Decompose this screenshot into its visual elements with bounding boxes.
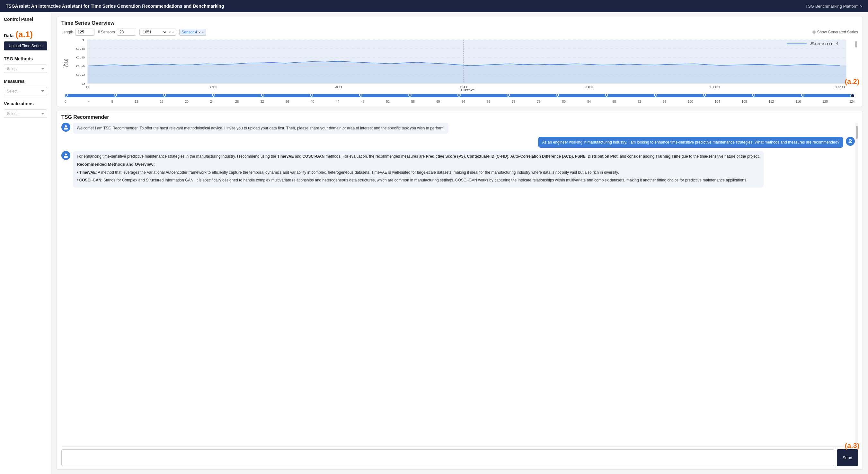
svg-rect-27	[64, 128, 68, 130]
upload-time-series-button[interactable]: Upload Time Series	[4, 41, 47, 51]
length-label: Length	[61, 30, 73, 34]
svg-text:20: 20	[210, 85, 217, 89]
sensors-input[interactable]	[117, 29, 136, 36]
control-panel-section: Control Panel	[4, 17, 47, 24]
timeline-slider[interactable]: 0481216202428323640444852566064687276808…	[61, 94, 858, 103]
tsg-methods-section: TSG Methods Select...	[4, 56, 47, 73]
visualizations-select[interactable]: Select...	[4, 109, 47, 118]
sensor-tag: Sensor 4 × ▾	[179, 29, 206, 36]
a2-label: (a.2)	[845, 77, 859, 86]
chart-wrapper: 1 0.8 0.6 0.4 0.2 0 Value 0 20 40 60 80	[61, 38, 853, 92]
svg-text:1: 1	[81, 38, 85, 42]
svg-text:120: 120	[834, 85, 845, 89]
sample-clear-button[interactable]: ×	[169, 30, 171, 35]
svg-text:80: 80	[585, 85, 593, 89]
recommended-section: Recommended Methods and Overview: TimeVA…	[77, 161, 760, 183]
message-1-bubble: Welcome! I am TSG Recommender. To offer …	[73, 123, 448, 134]
method-timevae: TimeVAE: A method that leverages the Var…	[77, 169, 760, 175]
assistant-avatar-1	[61, 123, 70, 132]
sensors-label: # Sensors	[98, 30, 115, 34]
data-section: Data (a.1) Upload Time Series	[4, 30, 47, 51]
control-panel-title: Control Panel	[4, 17, 47, 22]
svg-text:0.6: 0.6	[76, 56, 85, 59]
chart-area: 1 0.8 0.6 0.4 0.2 0 Value 0 20 40 60 80	[61, 38, 858, 92]
message-1: Welcome! I am TSG Recommender. To offer …	[61, 123, 855, 134]
assistant-avatar-2	[61, 151, 70, 160]
length-field: Length	[61, 29, 94, 36]
measures-section: Measures Select...	[4, 79, 47, 95]
message-3-bubble: For enhancing time-sensitive predictive …	[73, 151, 764, 188]
tsg-methods-select[interactable]: Select...	[4, 65, 47, 73]
send-button[interactable]: Send	[837, 449, 858, 466]
platform-link[interactable]: TSG Benchmarking Platform >	[805, 4, 862, 9]
svg-point-29	[65, 154, 67, 155]
time-series-overview: Time Series Overview Length # Sensors 16…	[57, 17, 863, 106]
sensor-tag-label: Sensor 4	[182, 30, 197, 34]
message-2: As an engineer working in manufacturing …	[61, 137, 855, 148]
a3-label: (a.3)	[845, 442, 859, 450]
data-label: Data	[4, 33, 13, 38]
sidebar: Control Panel Data (a.1) Upload Time Ser…	[0, 12, 52, 474]
svg-text:Time: Time	[459, 88, 475, 91]
sensor-tag-remove[interactable]: ×	[198, 30, 201, 35]
svg-text:40: 40	[335, 85, 342, 89]
method-coscigan: COSCI-GAN: Stands for Complex and Struct…	[77, 177, 760, 183]
svg-text:Sensor 4: Sensor 4	[810, 42, 839, 46]
svg-text:0: 0	[81, 82, 85, 86]
svg-text:0.2: 0.2	[76, 73, 85, 76]
chat-input[interactable]	[61, 449, 834, 466]
visualizations-section: Visualizations Select...	[4, 101, 47, 118]
svg-point-28	[849, 139, 851, 141]
visualizations-label: Visualizations	[4, 101, 47, 106]
measures-label: Measures	[4, 79, 47, 84]
overview-title: Time Series Overview	[61, 20, 858, 26]
recommender-title: TSG Recommender	[61, 114, 858, 120]
chat-area: Welcome! I am TSG Recommender. To offer …	[61, 123, 855, 443]
header: TSGAssist: An Interactive Assistant for …	[0, 0, 868, 12]
chat-input-area: Send	[61, 446, 858, 466]
chevron-down-icon: ▾	[172, 31, 174, 34]
chart-scrollbar-thumb	[855, 41, 857, 48]
length-input[interactable]	[75, 29, 94, 36]
tsg-recommender: TSG Recommender Welcome! I am TSG Recomm…	[57, 111, 863, 470]
svg-point-26	[65, 125, 67, 127]
show-generated-toggle[interactable]: Show Generated Series	[812, 30, 858, 34]
a2-annotation: (a.2)	[845, 77, 859, 86]
main-layout: Control Panel Data (a.1) Upload Time Ser…	[0, 12, 868, 474]
data-annotation: (a.1)	[16, 30, 32, 39]
svg-text:100: 100	[709, 85, 720, 89]
recommender-content: Welcome! I am TSG Recommender. To offer …	[61, 123, 858, 446]
svg-text:Value: Value	[61, 59, 70, 67]
time-series-chart: 1 0.8 0.6 0.4 0.2 0 Value 0 20 40 60 80	[61, 38, 853, 91]
content-area: Time Series Overview Length # Sensors 16…	[52, 12, 868, 474]
svg-text:0: 0	[86, 85, 90, 89]
recommended-header: Recommended Methods and Overview:	[77, 161, 760, 168]
chat-scrollbar-thumb	[856, 126, 858, 139]
message-3: For enhancing time-sensitive predictive …	[61, 151, 855, 188]
show-generated-dot	[812, 31, 816, 34]
a3-annotation: (a.3)	[845, 442, 859, 450]
svg-text:0.4: 0.4	[76, 64, 85, 68]
sensors-field: # Sensors	[98, 29, 136, 36]
header-title: TSGAssist: An Interactive Assistant for …	[6, 3, 224, 9]
sample-select[interactable]: 1651	[142, 30, 167, 35]
svg-rect-30	[64, 156, 68, 158]
sensor-tag-chevron: ▾	[202, 31, 204, 34]
message-2-bubble: As an engineer working in manufacturing …	[538, 137, 843, 148]
measures-select[interactable]: Select...	[4, 87, 47, 95]
show-generated-label: Show Generated Series	[817, 30, 858, 34]
chat-scrollbar[interactable]	[855, 123, 858, 446]
ts-controls: Length # Sensors 1651 × ▾ Sensor 4 ×	[61, 29, 858, 36]
user-avatar	[846, 137, 855, 146]
sample-select-container: 1651 × ▾	[140, 29, 176, 36]
tsg-methods-label: TSG Methods	[4, 56, 47, 61]
svg-text:0.8: 0.8	[76, 47, 85, 51]
